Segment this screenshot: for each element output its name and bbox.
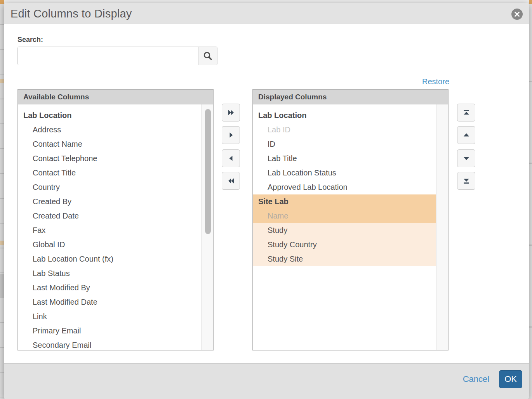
- background-page-left-edge: [0, 0, 4, 399]
- column-group-row[interactable]: Lab Location: [18, 108, 201, 123]
- to-bottom-arrow-icon: [462, 177, 470, 185]
- available-columns-panel: Available Columns Lab LocationAddressCon…: [17, 89, 214, 350]
- column-item-row[interactable]: Secondary Email: [18, 338, 201, 350]
- cancel-button[interactable]: Cancel: [463, 374, 489, 384]
- dialog-footer: Cancel OK: [4, 363, 529, 399]
- search-input[interactable]: [18, 47, 198, 65]
- double-left-arrow-icon: [227, 177, 235, 185]
- left-arrow-icon: [227, 154, 235, 162]
- column-item-row[interactable]: Study: [253, 223, 436, 238]
- background-cell: [0, 274, 4, 298]
- up-arrow-icon: [462, 131, 470, 139]
- column-group-row[interactable]: Lab Location: [253, 108, 436, 123]
- background-cell: [0, 79, 4, 83]
- close-button[interactable]: [511, 9, 523, 20]
- column-item-row[interactable]: Created By: [18, 194, 201, 209]
- column-item-row[interactable]: Lab Location Count (fx): [18, 252, 201, 266]
- displayed-columns-body: Lab LocationLab IDIDLab TitleLab Locatio…: [253, 104, 448, 350]
- column-item-row[interactable]: Last Modified Date: [18, 295, 201, 309]
- displayed-columns-header: Displayed Columns: [253, 90, 448, 104]
- move-up-button[interactable]: [457, 126, 475, 144]
- column-item-row[interactable]: Lab ID: [253, 123, 436, 137]
- column-item-row[interactable]: Lab Location Status: [253, 166, 436, 180]
- column-item-row[interactable]: Contact Telephone: [18, 151, 201, 166]
- circle-x-close-icon: [514, 11, 520, 17]
- column-item-row[interactable]: Lab Status: [18, 266, 201, 281]
- displayed-scrollbar-track[interactable]: [436, 104, 448, 350]
- search-button[interactable]: [198, 47, 217, 65]
- column-item-row[interactable]: Study Site: [253, 252, 436, 266]
- column-item-row[interactable]: Created Date: [18, 209, 201, 223]
- available-columns-list: Lab LocationAddressContact NameContact T…: [18, 104, 201, 350]
- move-right-button[interactable]: [222, 126, 240, 144]
- column-item-row[interactable]: Study Country: [253, 238, 436, 252]
- column-item-row[interactable]: Primary Email: [18, 324, 201, 338]
- search-field-group: [17, 47, 217, 65]
- restore-link[interactable]: Restore: [422, 77, 449, 86]
- column-item-row[interactable]: Contact Title: [18, 166, 201, 180]
- column-item-row[interactable]: Country: [18, 180, 201, 194]
- column-item-row[interactable]: Fax: [18, 223, 201, 238]
- displayed-columns-list: Lab LocationLab IDIDLab TitleLab Locatio…: [253, 104, 436, 350]
- available-columns-body: Lab LocationAddressContact NameContact T…: [18, 104, 213, 350]
- background-page-right-edge: [529, 0, 532, 399]
- column-item-row[interactable]: Name: [253, 209, 436, 223]
- move-left-button[interactable]: [222, 149, 240, 167]
- double-right-arrow-icon: [227, 109, 235, 116]
- column-item-row[interactable]: ID: [253, 137, 436, 151]
- dialog-header: Edit Columns to Display: [4, 3, 529, 24]
- background-cell: [529, 0, 532, 4]
- right-arrow-icon: [227, 131, 235, 139]
- move-to-bottom-button[interactable]: [457, 172, 475, 190]
- search-label: Search:: [17, 36, 43, 44]
- column-item-row[interactable]: Last Modified By: [18, 281, 201, 295]
- down-arrow-icon: [462, 154, 470, 162]
- column-item-row[interactable]: Contact Name: [18, 137, 201, 151]
- column-item-row[interactable]: Global ID: [18, 238, 201, 252]
- background-cell: [0, 241, 4, 245]
- column-group-row[interactable]: Site Lab: [253, 194, 436, 209]
- background-cell: [0, 0, 4, 4]
- column-item-row[interactable]: Link: [18, 309, 201, 324]
- search-icon: [203, 51, 213, 61]
- move-down-button[interactable]: [457, 149, 475, 167]
- dialog-title: Edit Columns to Display: [10, 7, 132, 20]
- move-to-top-button[interactable]: [457, 104, 475, 121]
- available-columns-header: Available Columns: [18, 90, 213, 104]
- move-all-right-button[interactable]: [222, 104, 240, 121]
- edit-columns-dialog: Edit Columns to Display Search: Restore …: [4, 3, 529, 399]
- displayed-columns-panel: Displayed Columns Lab LocationLab IDIDLa…: [252, 89, 449, 350]
- column-item-row[interactable]: Address: [18, 123, 201, 137]
- ok-button[interactable]: OK: [499, 370, 522, 388]
- to-top-arrow-icon: [462, 109, 470, 116]
- available-scrollbar-thumb[interactable]: [205, 109, 211, 234]
- move-all-left-button[interactable]: [222, 172, 240, 190]
- column-item-row[interactable]: Approved Lab Location: [253, 180, 436, 194]
- available-scrollbar-track[interactable]: [201, 104, 213, 350]
- column-item-row[interactable]: Lab Title: [253, 151, 436, 166]
